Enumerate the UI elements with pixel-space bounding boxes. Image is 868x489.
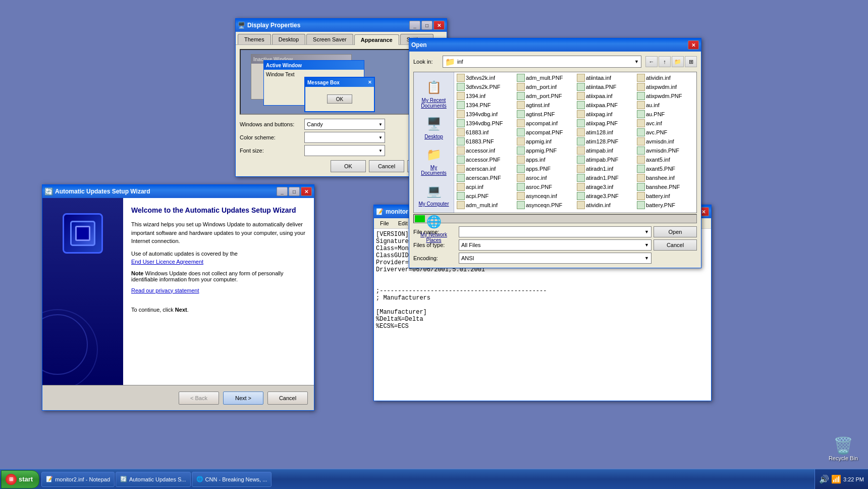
file-item[interactable]: atiradn1.inf xyxy=(575,164,635,173)
file-item[interactable]: asroc.inf xyxy=(515,173,575,182)
nav-my-computer[interactable]: 💻 My Computer xyxy=(416,180,452,209)
file-item[interactable]: atiintaa.PNF xyxy=(575,82,635,91)
recycle-bin[interactable]: 🗑️ Recycle Bin xyxy=(829,436,858,461)
file-item[interactable]: battery.PNF xyxy=(635,201,695,210)
file-item[interactable]: au.inf xyxy=(635,101,695,110)
file-item[interactable]: atiixpag.PNF xyxy=(575,119,635,128)
wizard-max[interactable]: □ xyxy=(289,187,300,196)
wizard-close[interactable]: ✕ xyxy=(301,187,312,196)
file-item[interactable]: au.PNF xyxy=(635,110,695,119)
maximize-button[interactable]: □ xyxy=(421,21,432,30)
filetype-dropdown[interactable]: All Files ▼ xyxy=(459,239,652,251)
file-item[interactable]: axant5.inf xyxy=(635,155,695,164)
file-item[interactable]: atiintaa.inf xyxy=(575,73,635,82)
start-button[interactable]: ⊞ start xyxy=(1,470,39,488)
taskbar-cnn[interactable]: 🌐 CNN - Breaking News, ... xyxy=(192,472,272,487)
file-item[interactable]: adm_port.PNF xyxy=(515,91,575,101)
file-item[interactable]: banshee.inf xyxy=(635,173,695,182)
msgbox-ok-btn[interactable]: OK xyxy=(327,94,352,104)
back-button[interactable]: < Back xyxy=(179,392,219,405)
file-item[interactable]: atim128.inf xyxy=(575,128,635,137)
file-item[interactable]: 61883.PNF xyxy=(455,137,515,146)
file-item[interactable]: asynceqn.inf xyxy=(515,191,575,201)
up-btn[interactable]: ↑ xyxy=(659,56,671,67)
windows-buttons-dropdown[interactable]: Candy ▼ xyxy=(304,119,385,130)
tab-themes[interactable]: Themes xyxy=(238,34,271,44)
file-item[interactable]: atim128.PNF xyxy=(575,137,635,146)
new-folder-btn[interactable]: 📁 xyxy=(672,56,684,67)
cancel-button-wizard[interactable]: Cancel xyxy=(267,392,308,405)
file-item[interactable]: atividin.inf xyxy=(635,73,695,82)
file-item[interactable]: apps.PNF xyxy=(515,164,575,173)
file-item[interactable]: 1394vdbg.PNF xyxy=(455,119,515,128)
file-item[interactable]: 1394.PNF xyxy=(455,101,515,110)
color-scheme-dropdown[interactable]: ▼ xyxy=(304,132,385,143)
file-item[interactable]: atixpwdm.PNF xyxy=(635,91,695,101)
file-item[interactable]: asynceqn.PNF xyxy=(515,201,575,210)
file-item[interactable]: agtinst.inf xyxy=(515,101,575,110)
file-item[interactable]: acerscan.inf xyxy=(455,164,515,173)
file-item[interactable]: apcompat.inf xyxy=(515,119,575,128)
menu-file[interactable]: File xyxy=(376,219,393,227)
nav-desktop[interactable]: 🖥️ Desktop xyxy=(416,113,452,141)
wizard-titlebar[interactable]: 🔄 Automatic Updates Setup Wizard _ □ ✕ xyxy=(42,185,314,198)
next-button[interactable]: Next > xyxy=(223,392,263,405)
nav-my-documents[interactable]: 📁 My Documents xyxy=(416,143,452,178)
file-item[interactable]: acpi.PNF xyxy=(455,191,515,201)
file-item[interactable]: atividin.inf xyxy=(575,201,635,210)
file-item[interactable]: atiixpag.inf xyxy=(575,110,635,119)
file-item[interactable]: atiixpaa.PNF xyxy=(575,101,635,110)
encoding-dropdown[interactable]: ANSI ▼ xyxy=(459,253,652,264)
ok-button[interactable]: OK xyxy=(331,160,366,172)
file-item[interactable]: axant5.PNF xyxy=(635,164,695,173)
file-item[interactable]: 1394.inf xyxy=(455,91,515,101)
back-btn[interactable]: ← xyxy=(645,56,658,67)
tab-appearance[interactable]: Appearance xyxy=(354,34,399,45)
file-item[interactable]: avmisdn.inf xyxy=(635,137,695,146)
wizard-min[interactable]: _ xyxy=(277,187,288,196)
file-item[interactable]: acpi.inf xyxy=(455,182,515,191)
file-item[interactable]: battery.inf xyxy=(635,191,695,201)
file-item[interactable]: appmig.inf xyxy=(515,137,575,146)
display-props-titlebar[interactable]: 🖥️ Display Properties _ □ ✕ xyxy=(236,19,447,32)
file-item[interactable]: adm_port.inf xyxy=(515,82,575,91)
file-item[interactable]: apcompat.PNF xyxy=(515,128,575,137)
file-item[interactable]: 1394vdbg.inf xyxy=(455,110,515,119)
file-item[interactable]: banshee.PNF xyxy=(635,182,695,191)
file-item[interactable]: atiixpaa.inf xyxy=(575,91,635,101)
file-item[interactable]: adm_mult.inf xyxy=(455,201,515,210)
open-button[interactable]: Open xyxy=(654,226,697,237)
open-dialog-titlebar[interactable]: Open ✕ xyxy=(409,38,701,52)
open-dialog-close[interactable]: ✕ xyxy=(688,40,699,50)
file-item[interactable]: 3dfxvs2k.inf xyxy=(455,73,515,82)
file-item[interactable]: asroc.PNF xyxy=(515,182,575,191)
file-item[interactable]: agtinst.PNF xyxy=(515,110,575,119)
view-btn[interactable]: ⊞ xyxy=(685,56,697,67)
filename-input[interactable]: ▼ xyxy=(459,226,652,237)
file-item[interactable]: apps.inf xyxy=(515,155,575,164)
file-item[interactable]: accessor.PNF xyxy=(455,155,515,164)
privacy-link[interactable]: Read our privacy statement xyxy=(131,287,199,294)
cancel-button-dialog[interactable]: Cancel xyxy=(654,239,697,251)
file-item[interactable]: atiradn1.PNF xyxy=(575,173,635,182)
file-item[interactable]: avc.inf xyxy=(635,119,695,128)
file-item[interactable]: accessor.inf xyxy=(455,146,515,155)
taskbar-wizard[interactable]: 🔄 Automatic Updates S... xyxy=(116,472,191,487)
file-item[interactable]: atimpab.PNF xyxy=(575,155,635,164)
file-item[interactable]: atixpwdm.inf xyxy=(635,82,695,91)
file-item[interactable]: avmisdn.PNF xyxy=(635,146,695,155)
eula-link[interactable]: End User Licence Agreement xyxy=(131,259,203,265)
close-button[interactable]: ✕ xyxy=(433,21,445,30)
file-item[interactable]: atimpab.inf xyxy=(575,146,635,155)
file-item[interactable]: 3dfxvs2k.PNF xyxy=(455,82,515,91)
file-item[interactable]: atirage3.PNF xyxy=(575,191,635,201)
file-item[interactable]: acerscan.PNF xyxy=(455,173,515,182)
taskbar-notepad[interactable]: 📝 monitor2.inf - Notepad xyxy=(41,472,115,487)
file-item[interactable]: avc.PNF xyxy=(635,128,695,137)
file-item[interactable]: adm_mult.PNF xyxy=(515,73,575,82)
tab-desktop[interactable]: Desktop xyxy=(272,34,305,44)
minimize-button[interactable]: _ xyxy=(409,21,420,30)
font-size-dropdown[interactable]: ▼ xyxy=(304,145,385,156)
tab-screensaver[interactable]: Screen Saver xyxy=(306,34,353,44)
file-item[interactable]: 61883.inf xyxy=(455,128,515,137)
